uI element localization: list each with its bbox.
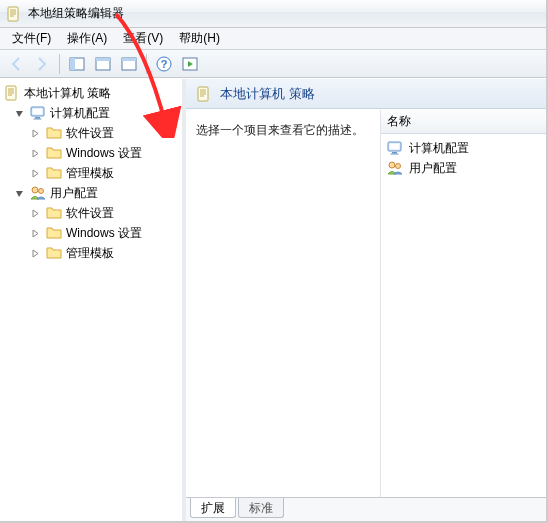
folder-icon — [46, 125, 62, 141]
folder-icon — [46, 225, 62, 241]
list-item-label: 用户配置 — [409, 160, 457, 177]
tree-user-config[interactable]: 用户配置 — [2, 183, 180, 203]
menu-view[interactable]: 查看(V) — [115, 28, 171, 49]
tree-label: 用户配置 — [50, 185, 98, 202]
back-button — [4, 53, 28, 75]
expander-closed-icon[interactable] — [28, 226, 42, 240]
toolbar-separator — [59, 54, 60, 74]
action-button[interactable] — [178, 53, 202, 75]
folder-icon — [46, 165, 62, 181]
menu-file[interactable]: 文件(F) — [4, 28, 59, 49]
workspace: 本地计算机 策略 计算机配置 软件设置 Windows 设置 管理模板 用户配置 — [0, 78, 546, 521]
tree-label: 软件设置 — [66, 125, 114, 142]
expander-closed-icon[interactable] — [28, 146, 42, 160]
toolbar — [0, 50, 546, 78]
tree-label: Windows 设置 — [66, 145, 142, 162]
expander-closed-icon[interactable] — [28, 206, 42, 220]
list-item-computer-config[interactable]: 计算机配置 — [387, 138, 540, 158]
list-item-user-config[interactable]: 用户配置 — [387, 158, 540, 178]
export-list-button[interactable] — [117, 53, 141, 75]
tree-root-label: 本地计算机 策略 — [24, 85, 111, 102]
tree-admin-templates[interactable]: 管理模板 — [2, 243, 180, 263]
tab-extended[interactable]: 扩展 — [190, 498, 236, 518]
folder-icon — [46, 145, 62, 161]
expander-closed-icon[interactable] — [28, 246, 42, 260]
folder-icon — [46, 245, 62, 261]
menubar: 文件(F) 操作(A) 查看(V) 帮助(H) — [0, 28, 546, 50]
detail-tabs: 扩展 标准 — [186, 497, 546, 521]
window-title: 本地组策略编辑器 — [28, 5, 124, 22]
policy-icon — [4, 85, 20, 101]
tree-pane[interactable]: 本地计算机 策略 计算机配置 软件设置 Windows 设置 管理模板 用户配置 — [0, 79, 186, 521]
tree-windows-settings[interactable]: Windows 设置 — [2, 223, 180, 243]
toolbar-separator — [146, 54, 147, 74]
tree-label: 管理模板 — [66, 165, 114, 182]
detail-body: 选择一个项目来查看它的描述。 名称 计算机配置 用户配置 — [186, 109, 546, 497]
list-pane: 名称 计算机配置 用户配置 — [381, 110, 546, 497]
users-icon — [387, 160, 403, 176]
description-hint: 选择一个项目来查看它的描述。 — [196, 123, 364, 137]
tree-root[interactable]: 本地计算机 策略 — [2, 83, 180, 103]
list-column-header[interactable]: 名称 — [381, 110, 546, 134]
help-button[interactable] — [152, 53, 176, 75]
tree-software-settings[interactable]: 软件设置 — [2, 123, 180, 143]
computer-icon — [387, 140, 403, 156]
tree-label: Windows 设置 — [66, 225, 142, 242]
folder-icon — [46, 205, 62, 221]
list-body: 计算机配置 用户配置 — [381, 134, 546, 182]
policy-icon — [196, 86, 212, 102]
computer-icon — [30, 105, 46, 121]
expander-open-icon[interactable] — [12, 106, 26, 120]
detail-header: 本地计算机 策略 — [186, 79, 546, 109]
col-name: 名称 — [387, 113, 411, 130]
titlebar: 本地组策略编辑器 — [0, 0, 546, 28]
menu-action[interactable]: 操作(A) — [59, 28, 115, 49]
properties-button[interactable] — [91, 53, 115, 75]
expander-closed-icon[interactable] — [28, 166, 42, 180]
show-hide-tree-button[interactable] — [65, 53, 89, 75]
tree-label: 计算机配置 — [50, 105, 110, 122]
detail-pane: 本地计算机 策略 选择一个项目来查看它的描述。 名称 计算机配置 用户配置 — [186, 79, 546, 521]
expander-closed-icon[interactable] — [28, 126, 42, 140]
list-item-label: 计算机配置 — [409, 140, 469, 157]
tree-computer-config[interactable]: 计算机配置 — [2, 103, 180, 123]
description-pane: 选择一个项目来查看它的描述。 — [186, 110, 381, 497]
tab-standard[interactable]: 标准 — [238, 498, 284, 518]
tree-windows-settings[interactable]: Windows 设置 — [2, 143, 180, 163]
forward-button — [30, 53, 54, 75]
tree-admin-templates[interactable]: 管理模板 — [2, 163, 180, 183]
app-icon — [6, 6, 22, 22]
detail-title: 本地计算机 策略 — [220, 85, 315, 103]
expander-open-icon[interactable] — [12, 186, 26, 200]
menu-help[interactable]: 帮助(H) — [171, 28, 228, 49]
tree-label: 管理模板 — [66, 245, 114, 262]
tree-software-settings[interactable]: 软件设置 — [2, 203, 180, 223]
users-icon — [30, 185, 46, 201]
tree-label: 软件设置 — [66, 205, 114, 222]
